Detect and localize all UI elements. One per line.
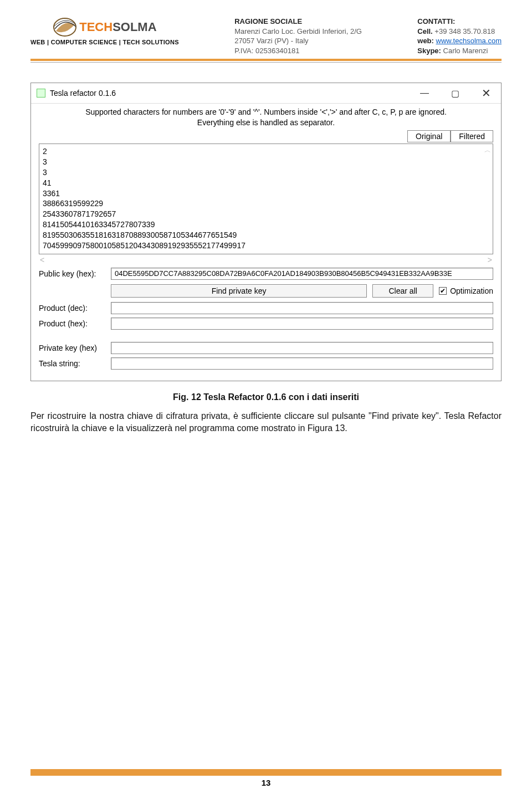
- private-key-input[interactable]: [111, 342, 493, 354]
- private-key-label: Private key (hex): [39, 344, 105, 352]
- page-number: 13: [30, 778, 502, 787]
- tab-filtered[interactable]: Filtered: [451, 130, 493, 142]
- product-hex-label: Product (hex):: [39, 319, 105, 328]
- window-title: Tesla refactor 0.1.6: [50, 89, 420, 98]
- clear-all-button[interactable]: Clear all: [372, 284, 433, 298]
- product-dec-label: Product (dec):: [39, 304, 105, 313]
- letterhead: TECHSOLMA WEB | COMPUTER SCIENCE | TECH …: [30, 17, 502, 55]
- tagline: WEB | COMPUTER SCIENCE | TECH SOLUTIONS: [30, 39, 179, 45]
- swirl-icon: [53, 17, 77, 38]
- web-link[interactable]: www.techsolma.com: [436, 37, 502, 45]
- divider-orange: [30, 59, 502, 61]
- product-dec-input[interactable]: [111, 302, 493, 314]
- numbers-list[interactable]: 2 3 3 41 3361 38866319599229 25433607871…: [39, 144, 493, 254]
- optimization-checkbox[interactable]: ✔ Optimization: [439, 286, 493, 295]
- tesla-string-label: Tesla string:: [39, 359, 105, 368]
- footer: 13: [30, 769, 502, 787]
- scroll-right-icon[interactable]: >: [488, 255, 492, 264]
- figure-caption: Fig. 12 Tesla Refactor 0.1.6 con i dati …: [30, 392, 502, 402]
- scroll-left-icon[interactable]: <: [40, 255, 44, 264]
- tab-original[interactable]: Original: [407, 130, 451, 142]
- supported-note: Supported characters for numbers are '0'…: [66, 107, 466, 128]
- titlebar: Tesla refactor 0.1.6 — ▢ ✕: [31, 83, 501, 104]
- scroll-up-icon[interactable]: ︿: [484, 146, 491, 155]
- pubkey-input[interactable]: [111, 268, 493, 280]
- maximize-icon[interactable]: ▢: [451, 88, 459, 99]
- contact-info: CONTATTI: Cell. +39 348 35.70.818 web: w…: [417, 17, 502, 55]
- find-private-key-button[interactable]: Find private key: [111, 284, 367, 298]
- checkbox-checked-icon: ✔: [439, 287, 447, 295]
- company-info: RAGIONE SOCIALE Marenzi Carlo Loc. Gerbi…: [234, 17, 362, 55]
- tesla-string-input[interactable]: [111, 357, 493, 370]
- app-icon: [37, 89, 45, 98]
- body-paragraph: Per ricostruire la nostra chiave di cifr…: [30, 410, 502, 435]
- divider-thin: [30, 62, 502, 63]
- logo-block: TECHSOLMA WEB | COMPUTER SCIENCE | TECH …: [30, 17, 179, 45]
- close-icon[interactable]: ✕: [482, 86, 491, 100]
- app-screenshot: Tesla refactor 0.1.6 — ▢ ✕ Supported cha…: [30, 83, 502, 381]
- minimize-icon[interactable]: —: [420, 88, 429, 98]
- brand-name: TECHSOLMA: [79, 21, 156, 33]
- pubkey-label: Public key (hex):: [39, 269, 105, 278]
- footer-bar: [30, 769, 502, 776]
- product-hex-input[interactable]: [111, 317, 493, 330]
